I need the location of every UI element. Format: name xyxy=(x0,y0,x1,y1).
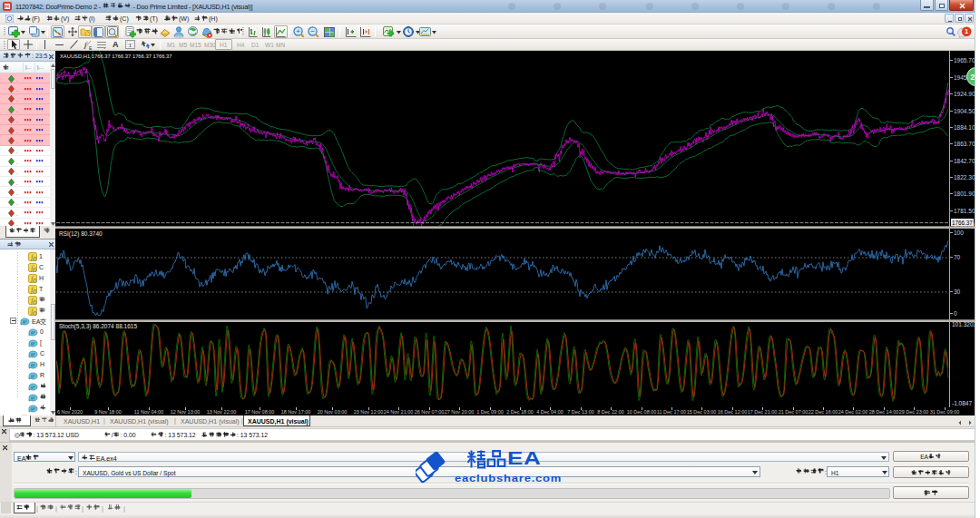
svg-text:1: 1 xyxy=(965,27,968,35)
svg-text:+: + xyxy=(296,27,300,35)
svg-text:T: T xyxy=(128,42,132,49)
svg-text:−: − xyxy=(310,27,315,35)
svg-text:E: E xyxy=(89,45,93,51)
